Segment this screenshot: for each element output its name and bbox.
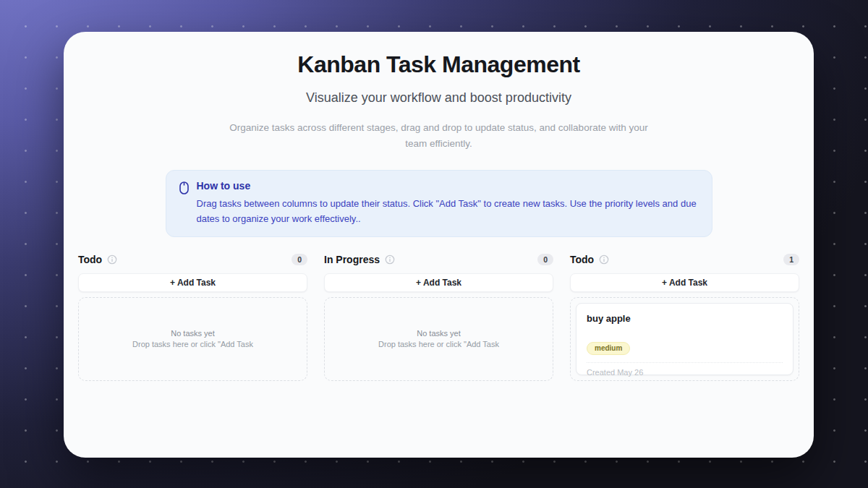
kanban-app-card: Kanban Task Management Visualize your wo… [64, 32, 814, 458]
column-todo-2: Todo 1 + Add Task buy apple medium [570, 252, 799, 381]
page-title: Kanban Task Management [64, 51, 814, 78]
empty-state-title: No tasks yet [132, 328, 253, 339]
column-count-badge: 0 [292, 254, 307, 266]
add-task-button[interactable]: + Add Task [78, 273, 307, 292]
column-count-badge: 0 [537, 254, 553, 266]
task-created-date: Created May 26 [587, 368, 783, 377]
how-to-use-body: Drag tasks between columns to update the… [197, 196, 699, 226]
column-in-progress: In Progress 0 + Add Task No tasks yet Dr… [324, 252, 553, 381]
task-card[interactable]: buy apple medium Created May 26 [576, 303, 793, 375]
kanban-board: Todo 0 + Add Task No tasks yet Drop task… [64, 252, 814, 381]
add-task-button[interactable]: + Add Task [324, 273, 553, 292]
info-icon[interactable] [385, 254, 395, 265]
empty-state: No tasks yet Drop tasks here or click "A… [378, 328, 499, 350]
page-subtitle: Visualize your workflow and boost produc… [64, 90, 814, 106]
column-header: Todo 1 [570, 252, 799, 267]
column-count-badge: 1 [783, 254, 799, 266]
priority-badge: medium [587, 342, 630, 355]
column-header: Todo 0 [78, 252, 307, 267]
mouse-icon [179, 181, 189, 226]
divider [587, 362, 783, 363]
task-dropzone[interactable]: No tasks yet Drop tasks here or click "A… [78, 297, 307, 381]
info-icon[interactable] [599, 254, 609, 265]
how-to-use-panel: How to use Drag tasks between columns to… [166, 170, 712, 237]
empty-state-title: No tasks yet [378, 328, 499, 339]
column-todo: Todo 0 + Add Task No tasks yet Drop task… [78, 252, 307, 381]
how-to-use-title: How to use [197, 180, 699, 192]
column-title: Todo [570, 254, 594, 265]
column-header: In Progress 0 [324, 252, 553, 267]
add-task-button[interactable]: + Add Task [570, 273, 799, 292]
info-icon[interactable] [107, 254, 117, 265]
empty-state-subtitle: Drop tasks here or click "Add Task [132, 339, 253, 350]
task-title: buy apple [587, 313, 783, 324]
empty-state-subtitle: Drop tasks here or click "Add Task [378, 339, 499, 350]
column-title: In Progress [324, 254, 380, 265]
task-dropzone[interactable]: No tasks yet Drop tasks here or click "A… [324, 297, 553, 381]
empty-state: No tasks yet Drop tasks here or click "A… [132, 328, 253, 350]
task-dropzone[interactable]: buy apple medium Created May 26 [570, 297, 799, 381]
how-to-use-text: How to use Drag tasks between columns to… [197, 180, 699, 226]
column-title: Todo [78, 254, 102, 265]
page-description: Organize tasks across different stages, … [222, 120, 656, 152]
